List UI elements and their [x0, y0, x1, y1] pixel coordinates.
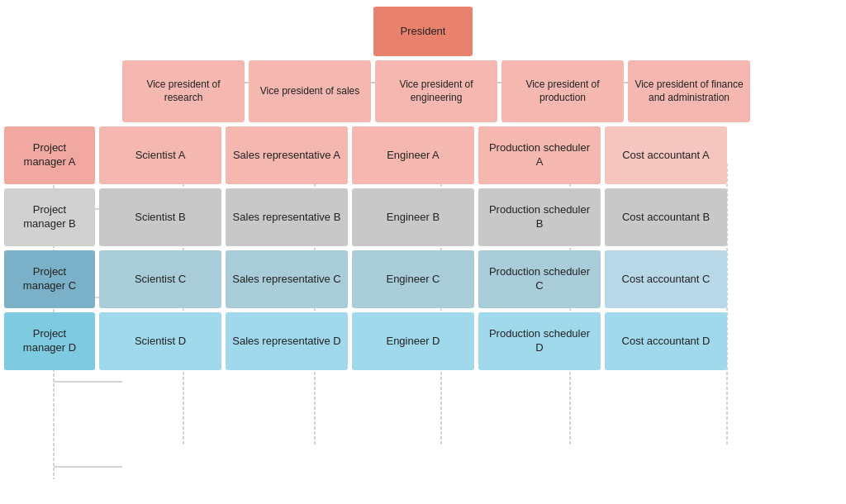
vp-cell-0: Vice president of research	[122, 60, 245, 122]
cell-3-2: Engineer D	[352, 312, 474, 370]
president-cell: President	[373, 7, 473, 56]
vp-cell-2: Vice president of engineering	[375, 60, 497, 122]
data-row-3: Project manager DScientist DSales repres…	[0, 312, 846, 370]
cell-0-2: Engineer A	[352, 126, 474, 184]
pm-cell-0: Project manager A	[4, 126, 95, 184]
cell-1-2: Engineer B	[352, 188, 474, 246]
data-row-0: Project manager AScientist ASales repres…	[0, 126, 846, 184]
cell-2-4: Cost accountant C	[605, 250, 727, 308]
vp-cell-3: Vice president of production	[501, 60, 624, 122]
pm-cell-2: Project manager C	[4, 250, 95, 308]
cell-2-1: Sales representative C	[226, 250, 348, 308]
cell-3-3: Production scheduler D	[478, 312, 601, 370]
data-row-2: Project manager CScientist CSales repres…	[0, 250, 846, 308]
vp-row: Vice president of researchVice president…	[0, 60, 846, 122]
vp-cell-1: Vice president of sales	[249, 60, 371, 122]
cell-1-3: Production scheduler B	[478, 188, 601, 246]
cell-1-1: Sales representative B	[226, 188, 348, 246]
cell-1-4: Cost accountant B	[605, 188, 727, 246]
president-label: President	[401, 25, 446, 39]
cell-0-1: Sales representative A	[226, 126, 348, 184]
vp-cell-4: Vice president of finance and administra…	[628, 60, 750, 122]
cell-1-0: Scientist B	[99, 188, 221, 246]
pm-cell-3: Project manager D	[4, 312, 95, 370]
cell-0-0: Scientist A	[99, 126, 221, 184]
cell-2-2: Engineer C	[352, 250, 474, 308]
main-rows: Project manager AScientist ASales repres…	[0, 126, 846, 370]
cell-0-3: Production scheduler A	[478, 126, 601, 184]
pm-cell-1: Project manager B	[4, 188, 95, 246]
president-row: President	[0, 0, 846, 56]
data-row-1: Project manager BScientist BSales repres…	[0, 188, 846, 246]
org-chart: President Vice president of researchVice…	[0, 0, 846, 370]
cell-3-0: Scientist D	[99, 312, 221, 370]
cell-2-3: Production scheduler C	[478, 250, 601, 308]
cell-2-0: Scientist C	[99, 250, 221, 308]
cell-3-1: Sales representative D	[226, 312, 348, 370]
cell-3-4: Cost accountant D	[605, 312, 727, 370]
cell-0-4: Cost accountant A	[605, 126, 727, 184]
